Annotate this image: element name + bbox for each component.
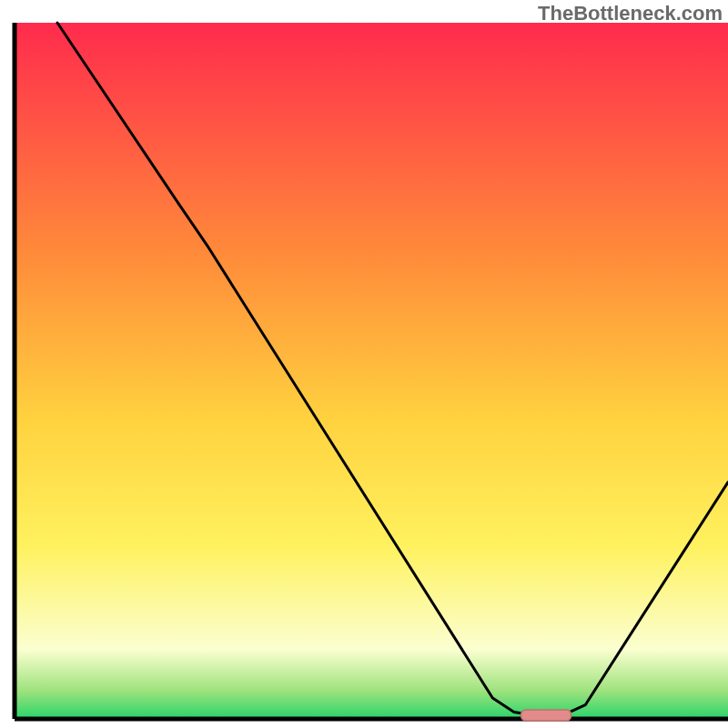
- minimum-marker: [521, 710, 571, 721]
- chart-frame: TheBottleneck.com: [0, 0, 728, 728]
- plot-background: [15, 23, 728, 719]
- bottleneck-chart: [0, 0, 728, 728]
